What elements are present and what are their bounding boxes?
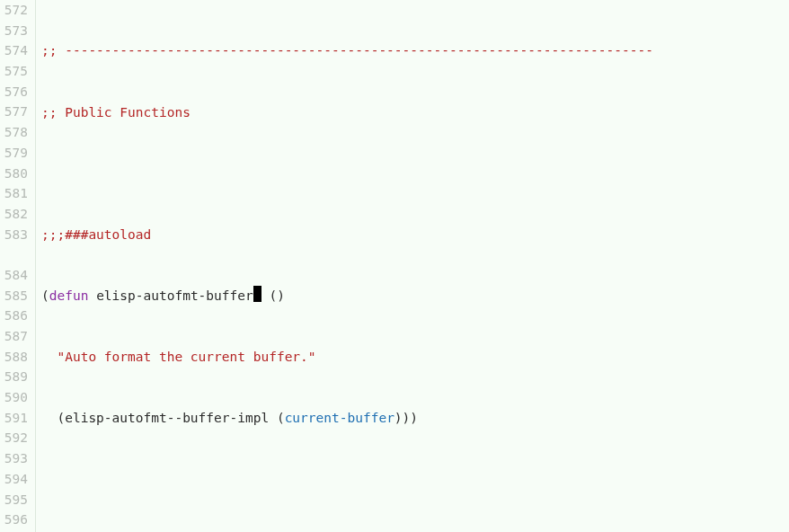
code-line: ;;;###autoload — [41, 225, 789, 245]
line-number: 591 — [4, 408, 28, 429]
cursor — [253, 286, 262, 302]
line-number: 581 — [4, 183, 28, 204]
line-number: 588 — [4, 347, 28, 368]
code-line — [41, 164, 789, 184]
line-number: 594 — [4, 469, 28, 490]
line-number: 584 — [4, 265, 28, 286]
line-number: 596 — [4, 510, 28, 530]
line-number: 579 — [4, 143, 28, 164]
line-number: 590 — [4, 387, 28, 408]
code-line: ;; -------------------------------------… — [41, 40, 789, 61]
code-line: (defun elisp-autofmt-buffer () — [41, 286, 789, 306]
line-number: 585 — [4, 286, 28, 306]
line-number: 576 — [4, 82, 28, 102]
line-number: 589 — [4, 367, 28, 387]
code-line: ;; Public Functions — [41, 102, 789, 123]
line-number: 587 — [4, 326, 28, 347]
line-number: 586 — [4, 306, 28, 326]
line-number: 593 — [4, 448, 28, 469]
line-number: 583 — [4, 225, 28, 245]
code-editor[interactable]: 572 573 574 575 576 577 578 579 580 581 … — [0, 0, 789, 532]
line-number: 592 — [4, 428, 28, 448]
line-gutter: 572 573 574 575 576 577 578 579 580 581 … — [0, 0, 36, 532]
line-number: 577 — [4, 102, 28, 122]
line-number: 572 — [4, 0, 28, 21]
line-number: 578 — [4, 122, 28, 143]
code-area[interactable]: ;; -------------------------------------… — [36, 0, 789, 532]
line-number: 574 — [4, 40, 28, 61]
code-line — [41, 469, 789, 490]
code-line: "Auto format the current buffer." — [41, 347, 789, 368]
line-number — [4, 244, 28, 265]
code-line: (elisp-autofmt--buffer-impl (current-buf… — [41, 408, 789, 429]
line-number: 582 — [4, 204, 28, 225]
line-number: 573 — [4, 21, 28, 41]
line-number: 580 — [4, 164, 28, 184]
line-number: 595 — [4, 490, 28, 510]
line-number: 575 — [4, 61, 28, 82]
